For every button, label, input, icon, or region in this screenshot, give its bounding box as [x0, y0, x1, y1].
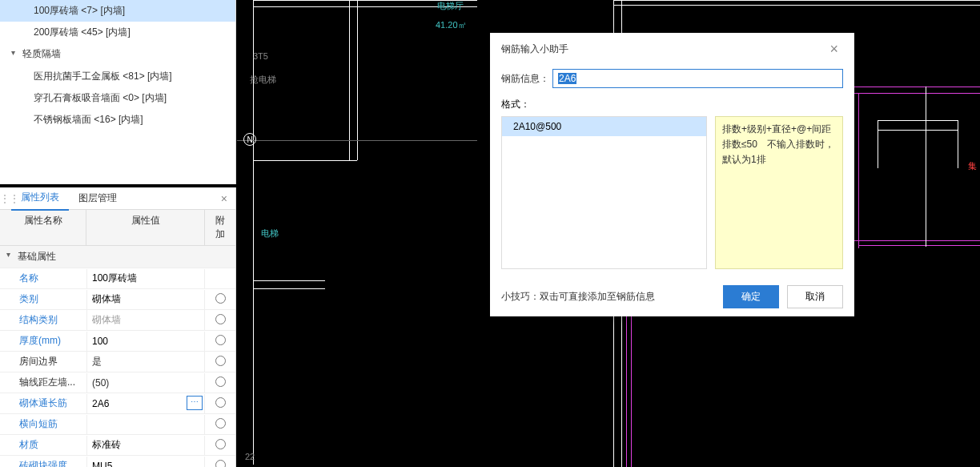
prop-value-axis[interactable]: (50)	[86, 373, 205, 393]
prop-extra-strength[interactable]	[205, 460, 235, 468]
cad-bt5: 3T5	[253, 51, 268, 61]
prop-label-boundary: 房间边界	[0, 352, 86, 372]
tab-layer-manage[interactable]: 图层管理	[69, 187, 127, 210]
radio-rebar[interactable]	[215, 397, 226, 408]
prop-label-strength: 砖砌块强度...	[0, 456, 86, 467]
tree-item-gypsum[interactable]: 穿孔石膏板吸音墙面 <0> [内墙]	[0, 87, 235, 109]
prop-extra-boundary[interactable]	[205, 356, 235, 368]
radio-struct[interactable]	[215, 314, 226, 324]
radio-thickness[interactable]	[215, 335, 226, 345]
prop-value-material[interactable]	[86, 436, 205, 455]
cad-label3: 电梯	[261, 227, 279, 240]
radio-category[interactable]	[215, 293, 226, 304]
dialog-title-text: 钢筋输入小助手	[501, 42, 568, 56]
format-item-0[interactable]: 2A10@500	[502, 117, 706, 136]
radio-strength[interactable]	[215, 460, 226, 468]
dialog-footer: 小技巧：双击可直接添加至钢筋信息 确定 取消	[490, 277, 854, 316]
prop-extra-struct[interactable]	[205, 314, 235, 327]
tree-item-stainless[interactable]: 不锈钢板墙面 <16> [内墙]	[0, 109, 235, 131]
prop-row-struct-category: 结构类别 砌体墙	[0, 310, 235, 331]
format-hint-box: 排数+级别+直径+@+间距排数≤50 不输入排数时，默认为1排	[715, 116, 843, 269]
prop-value-category[interactable]	[86, 290, 205, 309]
dialog-close-button[interactable]: ×	[825, 41, 843, 58]
format-list[interactable]: 2A10@500	[501, 116, 707, 269]
property-header: 属性名称 属性值 附加	[0, 210, 235, 246]
rebar-info-row: 钢筋信息： 2A6	[501, 69, 843, 88]
tree-item-wall100[interactable]: 100厚砖墙 <7> [内墙]	[0, 0, 235, 22]
property-panel: ⋮⋮ 属性列表 图层管理 × 属性名称 属性值 附加 基础属性 名称 类别 结构…	[0, 187, 236, 467]
prop-label-shortbar: 横向短筋	[0, 414, 86, 434]
prop-label-thickness: 厚度(mm)	[0, 331, 86, 351]
format-label: 格式：	[501, 98, 843, 111]
cad-label-hall: 电梯厅	[437, 0, 464, 12]
prop-label-struct: 结构类别	[0, 310, 86, 330]
input-material[interactable]	[90, 438, 201, 453]
prop-label-rebar: 砌体通长筋	[0, 393, 86, 413]
prop-extra-shortbar[interactable]	[205, 418, 235, 431]
ok-button[interactable]: 确定	[723, 285, 779, 308]
prop-row-rebar: 砌体通长筋 ⋯	[0, 393, 235, 414]
property-tabs: ⋮⋮ 属性列表 图层管理 ×	[0, 187, 235, 210]
footer-tip: 小技巧：双击可直接添加至钢筋信息	[501, 290, 655, 304]
prop-value-boundary[interactable]: 是	[86, 352, 205, 372]
prop-value-rebar[interactable]: ⋯	[86, 394, 205, 413]
format-row: 2A10@500 排数+级别+直径+@+间距排数≤50 不输入排数时，默认为1排	[501, 116, 843, 269]
prop-value-struct: 砌体墙	[86, 310, 205, 330]
prop-value-shortbar[interactable]	[86, 415, 205, 434]
component-tree: 100厚砖墙 <7> [内墙] 200厚砖墙 <45> [内墙] 轻质隔墙 医用…	[0, 0, 236, 184]
tree-item-wall200[interactable]: 200厚砖墙 <45> [内墙]	[0, 22, 235, 43]
radio-shortbar[interactable]	[215, 418, 226, 429]
dialog-body: 钢筋信息： 2A6 格式： 2A10@500 排数+级别+直径+@+间距排数≤5…	[490, 66, 854, 277]
prop-row-thickness: 厚度(mm)	[0, 331, 235, 352]
prop-extra-thickness[interactable]	[205, 335, 235, 348]
header-value: 属性值	[86, 210, 205, 245]
header-name: 属性名称	[0, 210, 86, 245]
prop-row-shortbar: 横向短筋	[0, 414, 235, 435]
north-marker: N	[243, 133, 256, 146]
prop-value-strength[interactable]	[86, 457, 205, 468]
prop-label-category: 类别	[0, 289, 86, 309]
cad-num22: 22	[245, 452, 255, 461]
prop-label-axis: 轴线距左墙...	[0, 372, 86, 393]
tree-item-metal-panel[interactable]: 医用抗菌手工金属板 <81> [内墙]	[0, 66, 235, 87]
close-panel-button[interactable]: ×	[213, 192, 235, 205]
cad-dim1: 41.20㎡	[436, 19, 467, 31]
prop-row-category: 类别	[0, 289, 235, 310]
prop-label-material: 材质	[0, 435, 86, 455]
prop-extra-axis[interactable]	[205, 376, 235, 389]
input-strength[interactable]	[90, 459, 201, 468]
rebar-info-label: 钢筋信息：	[501, 72, 552, 86]
radio-axis[interactable]	[215, 376, 226, 387]
property-group-basic[interactable]: 基础属性	[0, 246, 235, 268]
prop-row-material: 材质	[0, 435, 235, 456]
prop-value-thickness[interactable]	[86, 332, 205, 351]
input-category[interactable]	[90, 292, 201, 307]
tree-category-partition[interactable]: 轻质隔墙	[0, 43, 235, 65]
prop-row-strength: 砖砌块强度...	[0, 456, 235, 467]
input-thickness[interactable]	[90, 334, 201, 348]
rebar-info-input[interactable]: 2A6	[552, 69, 843, 88]
rebar-more-button[interactable]: ⋯	[187, 396, 203, 410]
prop-extra-material[interactable]	[205, 439, 235, 452]
prop-extra-rebar[interactable]	[205, 397, 235, 410]
prop-row-axis: 轴线距左墙... (50)	[0, 372, 235, 393]
tab-property-list[interactable]: 属性列表	[11, 186, 69, 211]
prop-row-boundary: 房间边界 是	[0, 352, 235, 372]
cad-jixie: 集	[968, 160, 977, 172]
rebar-assistant-dialog: 钢筋输入小助手 × 钢筋信息： 2A6 格式： 2A10@500 排数+级别+直…	[490, 33, 854, 316]
dialog-title-bar[interactable]: 钢筋输入小助手 ×	[490, 33, 854, 66]
prop-label-name: 名称	[0, 268, 86, 288]
input-name[interactable]	[90, 272, 201, 286]
cancel-button[interactable]: 取消	[787, 285, 843, 308]
drag-handle-icon[interactable]: ⋮⋮	[0, 193, 11, 204]
prop-value-name[interactable]	[86, 269, 205, 288]
radio-material[interactable]	[215, 439, 226, 449]
header-extra: 附加	[205, 210, 235, 245]
prop-row-name: 名称	[0, 268, 235, 289]
cad-label2: 抢电梯	[250, 74, 276, 86]
input-shortbar[interactable]	[90, 417, 201, 432]
input-rebar[interactable]	[90, 397, 201, 411]
radio-boundary[interactable]	[215, 356, 226, 366]
prop-extra-category[interactable]	[205, 293, 235, 306]
